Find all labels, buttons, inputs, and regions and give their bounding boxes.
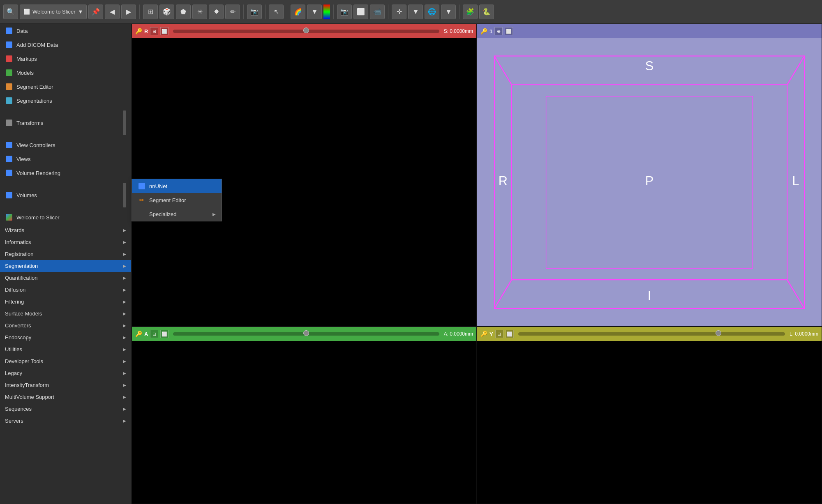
- sidebar-item-transforms[interactable]: Transforms: [0, 108, 131, 138]
- sidebar-item-segment-editor[interactable]: Segment Editor: [0, 80, 131, 94]
- forward-button[interactable]: ▶: [121, 5, 136, 19]
- nnunet-icon: [138, 182, 146, 190]
- sidebar-item-welcome[interactable]: Welcome to Slicer: [0, 210, 131, 224]
- sidebar-item-view-controllers[interactable]: View Controllers: [0, 138, 131, 152]
- axis-dropdown[interactable]: ▼: [441, 5, 456, 19]
- sidebar-item-legacy[interactable]: Legacy ▶: [0, 367, 131, 379]
- colormap-button[interactable]: 🌈: [291, 5, 305, 19]
- green-value: A: 0.0000mm: [444, 331, 473, 337]
- yellow-slider[interactable]: [518, 332, 785, 336]
- sphere-button[interactable]: ⬟: [176, 5, 191, 19]
- back-button[interactable]: ◀: [105, 5, 120, 19]
- red-label: R: [144, 28, 148, 35]
- legacy-arrow: ▶: [123, 371, 126, 375]
- multivolume-support-label: MultiVolume Support: [5, 394, 120, 400]
- view-controllers-label: View Controllers: [16, 142, 126, 148]
- popup-item-nnunet[interactable]: nnUNet: [132, 179, 222, 193]
- screenshot-button[interactable]: 📷: [247, 5, 262, 19]
- sidebar-item-registration[interactable]: Registration ▶: [0, 248, 131, 260]
- capture-button[interactable]: ⬜: [353, 5, 368, 19]
- sidebar-item-wizards[interactable]: Wizards ▶: [0, 224, 131, 236]
- red-value: S: 0.0000mm: [444, 28, 473, 34]
- yellow-window-icon[interactable]: ⬜: [506, 330, 514, 338]
- sidebar-item-segmentations[interactable]: Segmentations: [0, 94, 131, 108]
- crosshairs-button[interactable]: ✛: [392, 5, 406, 19]
- volume-rendering-icon: [5, 169, 13, 177]
- sidebar-item-sequences[interactable]: Sequences ▶: [0, 403, 131, 415]
- sidebar-item-data[interactable]: Data: [0, 24, 131, 38]
- data-icon: [5, 27, 13, 35]
- star-button[interactable]: ✸: [209, 5, 224, 19]
- svg-text:I: I: [648, 288, 651, 303]
- red-layout-icon[interactable]: ⊟: [150, 27, 158, 35]
- green-window-icon[interactable]: ⬜: [160, 330, 169, 338]
- 3d-window-icon[interactable]: ⬜: [505, 27, 513, 35]
- sidebar-item-endoscopy[interactable]: Endoscopy ▶: [0, 331, 131, 343]
- top-row: 🔑 R ⊟ ⬜ S: 0.0000mm 🔑 1 ⊕ ⬜: [132, 24, 822, 327]
- sidebar-item-intensity-transform[interactable]: IntensityTransform ▶: [0, 379, 131, 391]
- informatics-arrow: ▶: [123, 240, 126, 244]
- cursor-button[interactable]: ↖: [269, 5, 284, 19]
- sidebar-item-utilities[interactable]: Utilities ▶: [0, 343, 131, 355]
- video-button[interactable]: 📹: [370, 5, 385, 19]
- sidebar-item-markups[interactable]: Markups: [0, 52, 131, 66]
- popup-item-segment-editor[interactable]: ✏ Segment Editor: [132, 193, 222, 207]
- search-button[interactable]: 🔍: [3, 5, 18, 19]
- sep6: [388, 5, 388, 19]
- sidebar-item-segmentation[interactable]: Segmentation ▶: [0, 260, 131, 272]
- sequences-arrow: ▶: [123, 407, 126, 411]
- 3d-panel: 🔑 1 ⊕ ⬜: [477, 24, 822, 327]
- red-slider[interactable]: [173, 30, 439, 33]
- 3d-target-icon[interactable]: ⊕: [494, 27, 503, 35]
- green-panel-header: 🔑 A ⊟ ⬜ A: 0.0000mm: [132, 327, 476, 341]
- pin-button[interactable]: 📌: [88, 5, 103, 19]
- green-slider[interactable]: [173, 332, 439, 336]
- sidebar-item-developer-tools[interactable]: Developer Tools ▶: [0, 355, 131, 367]
- add-dicom-icon: [5, 41, 13, 49]
- 3d-button[interactable]: 🎲: [159, 5, 174, 19]
- module-selector[interactable]: ⬜ Welcome to Slicer ▼: [20, 5, 87, 19]
- sidebar-item-views[interactable]: Views: [0, 152, 131, 166]
- sidebar-item-diffusion[interactable]: Diffusion ▶: [0, 284, 131, 296]
- crosshairs-dropdown[interactable]: ▼: [408, 5, 423, 19]
- extension-button[interactable]: 🧩: [463, 5, 478, 19]
- toolbar: 🔍 ⬜ Welcome to Slicer ▼ 📌 ◀ ▶ ⊞ 🎲 ⬟ ✳ ✸ …: [0, 0, 822, 24]
- green-layout-icon[interactable]: ⊟: [150, 330, 158, 338]
- sidebar: Data Add DICOM Data Markups Models Segme…: [0, 24, 132, 504]
- sidebar-item-models[interactable]: Models: [0, 66, 131, 80]
- sidebar-item-add-dicom[interactable]: Add DICOM Data: [0, 38, 131, 52]
- sidebar-item-converters[interactable]: Converters ▶: [0, 320, 131, 331]
- fiducial-button[interactable]: 📷: [337, 5, 352, 19]
- yellow-layout-icon[interactable]: ⊟: [495, 330, 503, 338]
- layout-button[interactable]: ⊞: [143, 5, 158, 19]
- red-window-icon[interactable]: ⬜: [160, 27, 169, 35]
- pencil-button[interactable]: ✏: [225, 5, 240, 19]
- sidebar-item-informatics[interactable]: Informatics ▶: [0, 236, 131, 248]
- green-key-icon: 🔑: [135, 331, 142, 337]
- popup-item-specialized[interactable]: Specialized ▶: [132, 207, 222, 221]
- intensity-transform-label: IntensityTransform: [5, 382, 120, 388]
- color-bar[interactable]: [323, 5, 330, 19]
- segmentation-popup: nnUNet ✏ Segment Editor Specialized ▶: [132, 179, 222, 221]
- utilities-arrow: ▶: [123, 347, 126, 352]
- svg-text:P: P: [645, 174, 654, 188]
- red-panel-header: 🔑 R ⊟ ⬜ S: 0.0000mm: [132, 24, 476, 38]
- specialized-icon: [138, 210, 146, 218]
- crosshair-button[interactable]: ✳: [192, 5, 207, 19]
- servers-label: Servers: [5, 418, 120, 424]
- sequences-label: Sequences: [5, 406, 120, 412]
- green-viewport: [132, 341, 476, 504]
- dropdown-arrow: ▼: [78, 9, 83, 15]
- sidebar-item-servers[interactable]: Servers ▶: [0, 415, 131, 427]
- sidebar-item-multivolume-support[interactable]: MultiVolume Support ▶: [0, 391, 131, 403]
- filtering-arrow: ▶: [123, 299, 126, 304]
- sidebar-item-filtering[interactable]: Filtering ▶: [0, 296, 131, 308]
- legacy-label: Legacy: [5, 370, 120, 376]
- colormap-dropdown[interactable]: ▼: [307, 5, 322, 19]
- python-button[interactable]: 🐍: [479, 5, 494, 19]
- sidebar-item-quantification[interactable]: Quantification ▶: [0, 272, 131, 284]
- sidebar-item-volumes[interactable]: Volumes: [0, 180, 131, 210]
- sidebar-item-volume-rendering[interactable]: Volume Rendering: [0, 166, 131, 180]
- axis-button[interactable]: 🌐: [425, 5, 439, 19]
- sidebar-item-surface-models[interactable]: Surface Models ▶: [0, 308, 131, 320]
